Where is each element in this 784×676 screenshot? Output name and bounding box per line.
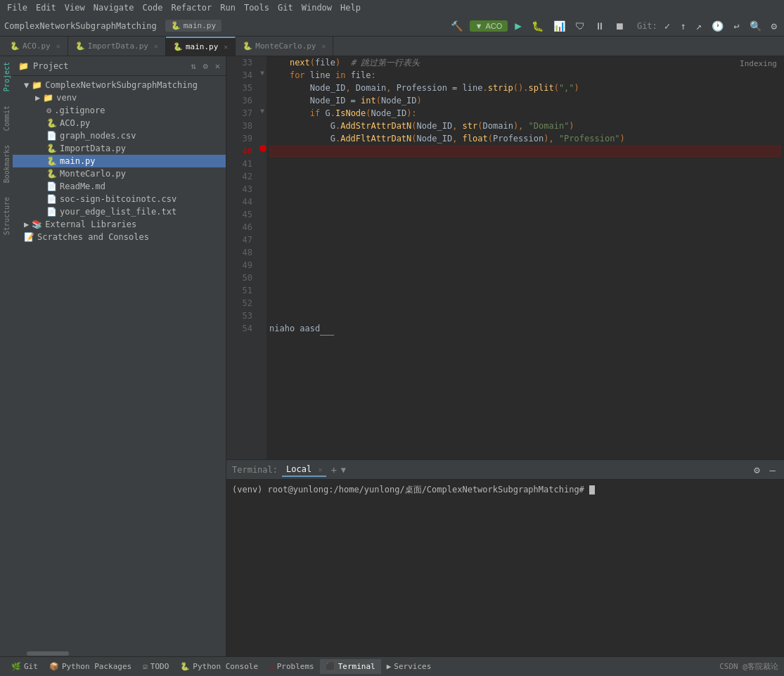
- stop-icon[interactable]: ⏹: [612, 19, 627, 33]
- importdata-icon: 🐍: [46, 144, 57, 153]
- tree-extlibs[interactable]: ▶ 📚 External Libraries: [13, 218, 226, 231]
- terminal-tab-close[interactable]: ✕: [318, 466, 322, 473]
- tab-importdata-label: ImportData.py: [88, 42, 148, 51]
- code-line-51: [269, 284, 781, 297]
- tree-gitignore[interactable]: ⚙ .gitignore: [13, 104, 226, 117]
- tab-main[interactable]: 🐍 main.py ✕: [166, 37, 236, 56]
- sidebar-commit-label[interactable]: Commit: [3, 106, 11, 131]
- status-tab-git[interactable]: 🌿 Git: [6, 659, 44, 674]
- soc-label: soc-sign-bitcoinotc.csv: [60, 194, 176, 204]
- debug-icon[interactable]: 🐛: [529, 19, 546, 33]
- tree-importdata[interactable]: 🐍 ImportData.py: [13, 142, 226, 155]
- code-area[interactable]: Indexing 33 34 35 36 37 38 39 40 41 42 4…: [226, 56, 784, 459]
- code-line-49: [269, 259, 781, 272]
- tab-importdata[interactable]: 🐍 ImportData.py ✕: [68, 37, 166, 56]
- toolbar-file-tab[interactable]: 🐍 main.py: [165, 20, 221, 32]
- tree-edgelist[interactable]: 📄 your_edge_list_file.txt: [13, 205, 226, 218]
- tree-aco[interactable]: 🐍 ACO.py: [13, 117, 226, 129]
- menu-file[interactable]: File: [3, 1, 32, 14]
- status-tab-problems[interactable]: ⚠ Problems: [264, 659, 320, 674]
- tree-scratches[interactable]: 📝 Scratches and Consoles: [13, 231, 226, 243]
- menu-edit[interactable]: Edit: [32, 1, 60, 14]
- terminal-body[interactable]: (venv) root@yunlong:/home/yunlong/桌面/Com…: [226, 480, 784, 656]
- terminal-dropdown-icon[interactable]: ▼: [341, 465, 346, 475]
- aco-file-label: ACO.py: [60, 118, 90, 128]
- ln-47: 47: [226, 234, 258, 246]
- build-icon[interactable]: 🔨: [448, 19, 465, 33]
- todo-icon: ☑: [143, 662, 148, 671]
- ln-43: 43: [226, 183, 258, 196]
- tree-root[interactable]: ▼ 📁 ComplexNetworkSubgraphMatching: [13, 79, 226, 91]
- git-check-icon[interactable]: ✓: [662, 19, 673, 33]
- code-line-37: if G.IsNode(Node_ID):: [269, 107, 781, 120]
- code-line-40: [269, 145, 781, 158]
- status-tab-services[interactable]: ▶ Services: [381, 659, 437, 674]
- menu-navigate[interactable]: Navigate: [89, 1, 139, 14]
- menu-run[interactable]: Run: [216, 1, 240, 14]
- settings-icon[interactable]: ⚙: [769, 19, 780, 33]
- tab-aco-close[interactable]: ✕: [56, 42, 60, 50]
- tree-montecarlo[interactable]: 🐍 MonteCarlo.py: [13, 167, 226, 180]
- aco-button[interactable]: ▼ ACO: [470, 20, 508, 32]
- profile-icon[interactable]: 📊: [551, 19, 568, 33]
- services-label: Services: [394, 662, 431, 671]
- tab-importdata-close[interactable]: ✕: [154, 42, 158, 50]
- menu-window[interactable]: Window: [297, 1, 336, 14]
- coverage-icon[interactable]: 🛡: [572, 19, 588, 33]
- ln-42: 42: [226, 170, 258, 183]
- run-icon[interactable]: ▶: [512, 18, 525, 34]
- ln-49: 49: [226, 259, 258, 272]
- tree-main[interactable]: 🐍 main.py: [13, 155, 226, 167]
- project-h-scroll[interactable]: [13, 651, 226, 656]
- tab-main-close[interactable]: ✕: [224, 43, 228, 51]
- terminal-minimize-icon[interactable]: —: [767, 463, 778, 477]
- git-update-icon[interactable]: ↑: [677, 19, 688, 33]
- project-close-icon[interactable]: ✕: [215, 61, 220, 71]
- project-sync-icon[interactable]: ⇅: [191, 61, 195, 71]
- gitignore-icon: ⚙: [46, 106, 51, 115]
- history-icon[interactable]: 🕐: [709, 19, 726, 33]
- terminal-local-tab[interactable]: Local ✕: [282, 463, 326, 477]
- sidebar-bookmarks-label[interactable]: Bookmarks: [3, 145, 11, 183]
- sidebar-project-label[interactable]: Project: [3, 62, 11, 91]
- terminal-settings-icon[interactable]: ⚙: [751, 463, 762, 477]
- terminal-add-icon[interactable]: +: [330, 464, 336, 476]
- status-tab-todo[interactable]: ☑ TODO: [137, 659, 174, 674]
- menu-view[interactable]: View: [60, 1, 89, 14]
- tree-venv[interactable]: ▶ 📁 venv: [13, 91, 226, 104]
- menu-code[interactable]: Code: [139, 1, 167, 14]
- menu-help[interactable]: Help: [336, 1, 365, 14]
- fold-34[interactable]: ▼: [258, 69, 266, 77]
- menu-tools[interactable]: Tools: [240, 1, 274, 14]
- extlibs-icon: 📚: [32, 219, 42, 229]
- tab-montecarlo-close[interactable]: ✕: [321, 42, 326, 50]
- ln-39: 39: [226, 132, 258, 145]
- menu-git[interactable]: Git: [274, 1, 297, 14]
- ln-50: 50: [226, 272, 258, 284]
- tab-aco[interactable]: 🐍 ACO.py ✕: [3, 37, 68, 56]
- code-content: 33 34 35 36 37 38 39 40 41 42 43 44 45 4…: [226, 56, 784, 459]
- code-line-35: Node_ID, Domain, Profession = line.strip…: [269, 82, 781, 94]
- tab-montecarlo[interactable]: 🐍 MonteCarlo.py ✕: [236, 37, 333, 56]
- ln-37: 37: [226, 107, 258, 120]
- montecarlo-icon: 🐍: [46, 169, 57, 179]
- tree-graphnodes[interactable]: 📄 graph_nodes.csv: [13, 129, 226, 142]
- pause-icon[interactable]: ⏸: [592, 19, 608, 33]
- search-icon[interactable]: 🔍: [747, 19, 764, 33]
- status-tab-packages[interactable]: 📦 Python Packages: [44, 659, 137, 674]
- fold-37[interactable]: ▼: [258, 107, 266, 115]
- status-tab-console[interactable]: 🐍 Python Console: [174, 659, 264, 674]
- menu-refactor[interactable]: Refactor: [167, 1, 216, 14]
- tab-montecarlo-label: MonteCarlo.py: [255, 42, 316, 51]
- project-settings-icon[interactable]: ⚙: [203, 61, 208, 71]
- code-lines[interactable]: next(file) # 跳过第一行表头 for line in file: N…: [266, 56, 784, 459]
- tree-soc[interactable]: 📄 soc-sign-bitcoinotc.csv: [13, 193, 226, 205]
- venv-label: venv: [56, 93, 77, 103]
- status-tab-terminal[interactable]: ⬛ Terminal: [320, 659, 381, 674]
- terminal-header: Terminal: Local ✕ + ▼ ⚙ —: [226, 460, 784, 480]
- undo-icon[interactable]: ↩: [731, 19, 742, 33]
- sidebar-structure-label[interactable]: Structure: [3, 197, 11, 235]
- git-push-icon[interactable]: ↗: [693, 19, 705, 33]
- code-line-41: [269, 158, 781, 170]
- tree-readme[interactable]: 📄 ReadMe.md: [13, 180, 226, 193]
